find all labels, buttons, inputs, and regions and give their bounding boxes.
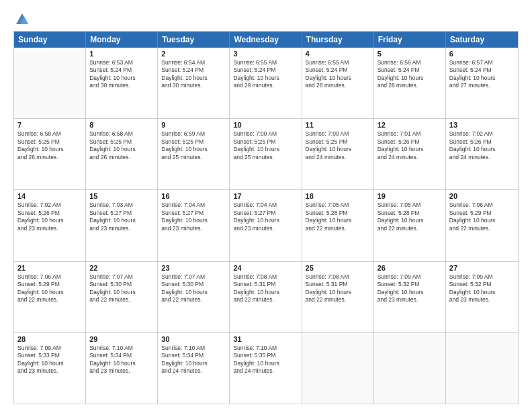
daylight-text: Daylight: 10 hours [233,217,298,224]
daylight-text-2: and 30 minutes. [89,82,154,89]
calendar-cell: 19Sunrise: 7:05 AMSunset: 5:28 PMDayligh… [374,190,446,261]
sunset-text: Sunset: 5:24 PM [161,66,226,74]
calendar-cell: 27Sunrise: 7:09 AMSunset: 5:32 PMDayligh… [446,262,518,332]
calendar-cell: 26Sunrise: 7:09 AMSunset: 5:32 PMDayligh… [374,262,446,332]
logo-icon [15,12,30,27]
calendar-cell: 13Sunrise: 7:02 AMSunset: 5:26 PMDayligh… [446,119,518,189]
day-number: 13 [449,121,515,129]
calendar-cell [14,48,86,118]
header-saturday: Saturday [446,32,518,48]
calendar-cell: 7Sunrise: 6:58 AMSunset: 5:25 PMDaylight… [14,119,86,189]
day-number: 26 [378,264,442,272]
sunrise-text: Sunrise: 7:02 AM [17,201,82,209]
day-number: 19 [378,192,442,200]
daylight-text-2: and 22 minutes. [17,296,82,304]
daylight-text-2: and 22 minutes. [89,296,154,304]
day-number: 2 [161,50,226,58]
calendar-cell: 9Sunrise: 6:59 AMSunset: 5:25 PMDaylight… [158,119,230,189]
day-number: 27 [449,264,515,272]
sunset-text: Sunset: 5:25 PM [89,138,154,146]
daylight-text: Daylight: 10 hours [89,146,154,153]
sunrise-text: Sunrise: 6:54 AM [161,59,226,66]
header [13,12,519,24]
daylight-text: Daylight: 10 hours [17,289,82,296]
daylight-text: Daylight: 10 hours [306,146,370,153]
daylight-text-2: and 22 minutes. [306,296,370,304]
sunset-text: Sunset: 5:32 PM [449,281,515,288]
calendar-cell: 3Sunrise: 6:55 AMSunset: 5:24 PMDaylight… [230,48,302,118]
sunset-text: Sunset: 5:31 PM [306,281,370,288]
daylight-text-2: and 22 minutes. [378,225,442,232]
day-number: 20 [449,192,515,200]
day-number: 8 [89,121,154,129]
daylight-text-2: and 27 minutes. [449,82,515,89]
calendar-cell: 28Sunrise: 7:09 AMSunset: 5:33 PMDayligh… [14,333,86,404]
header-thursday: Thursday [302,32,374,48]
daylight-text: Daylight: 10 hours [449,217,515,224]
calendar-row: 7Sunrise: 6:58 AMSunset: 5:25 PMDaylight… [14,119,518,190]
sunset-text: Sunset: 5:30 PM [161,281,226,288]
logo [13,12,30,24]
sunset-text: Sunset: 5:31 PM [233,281,298,288]
sunrise-text: Sunrise: 6:55 AM [306,59,370,66]
calendar-cell: 31Sunrise: 7:10 AMSunset: 5:35 PMDayligh… [230,333,302,404]
day-number: 17 [233,192,298,200]
sunset-text: Sunset: 5:25 PM [306,138,370,146]
header-sunday: Sunday [14,32,86,48]
sunset-text: Sunset: 5:26 PM [378,138,442,146]
daylight-text: Daylight: 10 hours [306,75,370,82]
day-number: 12 [378,121,442,129]
daylight-text-2: and 24 minutes. [449,154,515,161]
day-number: 10 [233,121,298,129]
sunset-text: Sunset: 5:27 PM [89,210,154,217]
sunrise-text: Sunrise: 7:03 AM [89,201,154,209]
sunset-text: Sunset: 5:28 PM [378,210,442,217]
sunset-text: Sunset: 5:24 PM [378,66,442,74]
daylight-text-2: and 23 minutes. [17,367,82,375]
daylight-text: Daylight: 10 hours [449,146,515,153]
sunset-text: Sunset: 5:30 PM [89,281,154,288]
calendar-cell: 6Sunrise: 6:57 AMSunset: 5:24 PMDaylight… [446,48,518,118]
sunrise-text: Sunrise: 7:08 AM [306,273,370,281]
calendar-cell: 12Sunrise: 7:01 AMSunset: 5:26 PMDayligh… [374,119,446,189]
calendar-row: 28Sunrise: 7:09 AMSunset: 5:33 PMDayligh… [14,333,518,404]
day-number: 25 [306,264,370,272]
sunrise-text: Sunrise: 7:07 AM [161,273,226,281]
sunrise-text: Sunrise: 7:04 AM [161,201,226,209]
day-number: 4 [306,50,370,58]
daylight-text-2: and 26 minutes. [17,154,82,161]
day-number: 21 [17,264,82,272]
sunset-text: Sunset: 5:26 PM [449,138,515,146]
daylight-text-2: and 22 minutes. [161,296,226,304]
sunset-text: Sunset: 5:27 PM [161,210,226,217]
calendar-cell: 11Sunrise: 7:00 AMSunset: 5:25 PMDayligh… [302,119,374,189]
daylight-text: Daylight: 10 hours [89,360,154,367]
header-wednesday: Wednesday [230,32,302,48]
sunrise-text: Sunrise: 6:59 AM [161,130,226,138]
calendar-cell: 5Sunrise: 6:56 AMSunset: 5:24 PMDaylight… [374,48,446,118]
calendar-row: 21Sunrise: 7:06 AMSunset: 5:29 PMDayligh… [14,262,518,333]
daylight-text-2: and 28 minutes. [378,82,442,89]
daylight-text: Daylight: 10 hours [161,75,226,82]
daylight-text: Daylight: 10 hours [449,289,515,296]
sunrise-text: Sunrise: 6:58 AM [17,130,82,138]
daylight-text: Daylight: 10 hours [89,75,154,82]
daylight-text: Daylight: 10 hours [306,217,370,224]
daylight-text-2: and 28 minutes. [306,82,370,89]
calendar-cell: 16Sunrise: 7:04 AMSunset: 5:27 PMDayligh… [158,190,230,261]
daylight-text-2: and 23 minutes. [89,225,154,232]
sunrise-text: Sunrise: 7:01 AM [378,130,442,138]
sunset-text: Sunset: 5:29 PM [449,210,515,217]
page: Sunday Monday Tuesday Wednesday Thursday… [0,0,532,411]
sunset-text: Sunset: 5:26 PM [17,210,82,217]
sunset-text: Sunset: 5:25 PM [161,138,226,146]
calendar-cell: 21Sunrise: 7:06 AMSunset: 5:29 PMDayligh… [14,262,86,332]
sunrise-text: Sunrise: 7:06 AM [449,201,515,209]
calendar-cell: 20Sunrise: 7:06 AMSunset: 5:29 PMDayligh… [446,190,518,261]
daylight-text: Daylight: 10 hours [449,75,515,82]
sunrise-text: Sunrise: 7:00 AM [306,130,370,138]
daylight-text: Daylight: 10 hours [233,75,298,82]
daylight-text-2: and 25 minutes. [233,154,298,161]
daylight-text: Daylight: 10 hours [378,289,442,296]
calendar-cell: 4Sunrise: 6:55 AMSunset: 5:24 PMDaylight… [302,48,374,118]
